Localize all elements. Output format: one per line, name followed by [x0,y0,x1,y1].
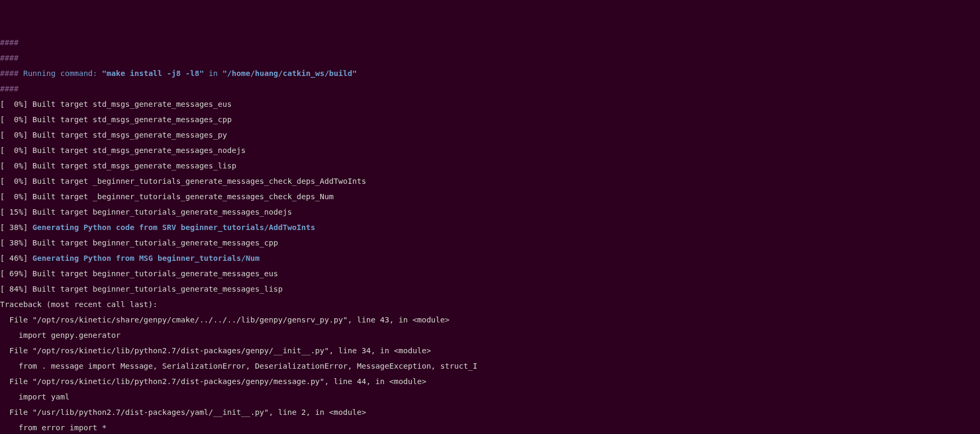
running-cmd: "make install -j8 -l8" [102,69,204,78]
pct-prefix: [ 46%] [0,254,32,262]
build-target-line: [ 84%] Built target beginner_tutorials_g… [0,285,980,293]
traceback-line: from . message import Message, Serializa… [0,362,980,370]
build-target-line: [ 0%] Built target std_msgs_generate_mes… [0,131,980,139]
generating-msg: Generating Python from MSG beginner_tuto… [32,254,260,262]
hash-prefix: #### [0,69,23,78]
traceback-line: File "/usr/lib/python2.7/dist-packages/y… [0,409,980,416]
build-target-line: [ 15%] Built target beginner_tutorials_g… [0,208,980,216]
running-path: "/home/huang/catkin_ws/build" [222,69,357,78]
traceback-line: from error import * [0,424,980,432]
running-label: Running command: [23,69,98,78]
traceback-line: Traceback (most recent call last): [0,301,980,309]
build-target-line: [ 0%] Built target _beginner_tutorials_g… [0,177,980,185]
build-target-line: [ 0%] Built target std_msgs_generate_mes… [0,162,980,170]
generating-line: [ 46%] Generating Python from MSG beginn… [0,254,980,262]
generating-line: [ 38%] Generating Python code from SRV b… [0,224,980,232]
build-target-line: [ 69%] Built target beginner_tutorials_g… [0,270,980,278]
build-target-line: [ 0%] Built target _beginner_tutorials_g… [0,193,980,201]
traceback-line: import yaml [0,393,980,401]
traceback-line: File "/opt/ros/kinetic/lib/python2.7/dis… [0,347,980,355]
build-target-line: [ 0%] Built target std_msgs_generate_mes… [0,100,980,108]
header-hash: #### [0,54,980,62]
traceback-line: import genpy.generator [0,331,980,339]
terminal-output[interactable]: #### #### #### Running command: "make in… [0,31,980,434]
build-target-line: [ 0%] Built target std_msgs_generate_mes… [0,116,980,124]
traceback-line: File "/opt/ros/kinetic/share/genpy/cmake… [0,316,980,324]
build-target-line: [ 38%] Built target beginner_tutorials_g… [0,239,980,247]
header-hash: #### [0,85,980,93]
traceback-line: File "/opt/ros/kinetic/lib/python2.7/dis… [0,378,980,386]
running-in: in [209,69,218,78]
build-target-line: [ 0%] Built target std_msgs_generate_mes… [0,147,980,155]
pct-prefix: [ 38%] [0,223,32,232]
generating-msg: Generating Python code from SRV beginner… [32,223,315,232]
running-command-line: #### Running command: "make install -j8 … [0,70,980,78]
header-hash: #### [0,39,980,47]
